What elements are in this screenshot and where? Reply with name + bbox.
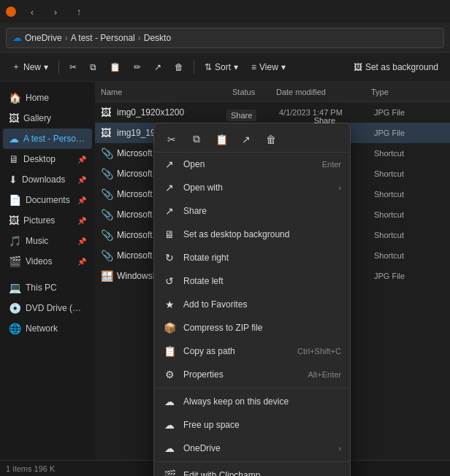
ctx-setbg-label: Set as desktop background [183, 229, 341, 239]
documents-icon: 📄 [9, 194, 21, 206]
pin-icon2: 📌 [77, 176, 86, 184]
rename-icon: ✏ [134, 62, 141, 72]
status-count: 1 [6, 464, 10, 473]
desktop-icon: 🖥 [9, 153, 19, 165]
sidebar-item-videos[interactable]: 🎬 Videos 📌 [3, 251, 92, 272]
address-bar: ☁ OneDrive › A test - Personal › Deskto [0, 23, 450, 53]
ctx-setbg-item[interactable]: 🖥 Set as desktop background [154, 223, 350, 246]
ctx-rotateleft-item[interactable]: ↺ Rotate left [154, 269, 350, 293]
ctx-onedrive-item[interactable]: ☁ OneDrive › [154, 437, 350, 460]
divider1 [58, 60, 59, 74]
ctx-rotateright-item[interactable]: ↻ Rotate right [154, 246, 350, 269]
sidebar-item-atest[interactable]: ☁ A test - Personal [3, 128, 92, 149]
ctx-share-button[interactable]: ↗ [234, 129, 258, 150]
sidebar-item-home[interactable]: 🏠 Home [3, 88, 92, 108]
view-button[interactable]: ≡ View ▾ [245, 57, 291, 77]
ctx-favorites-item[interactable]: ★ Add to Favorites [154, 293, 350, 316]
pin-icon4: 📌 [77, 217, 86, 225]
sidebar-network-label: Network [26, 323, 58, 334]
ctx-copy-button[interactable]: ⧉ [185, 129, 208, 150]
sidebar-thispc-label: This PC [26, 283, 57, 293]
path-desktop: Deskto [144, 33, 171, 43]
dvd-icon: 💿 [9, 302, 21, 314]
share-icon: ↗ [163, 205, 176, 217]
sep2: › [138, 33, 141, 43]
open-icon: ↗ [163, 158, 176, 170]
network-icon: 🌐 [9, 323, 21, 334]
ctx-freeup-item[interactable]: ☁ Free up space [154, 413, 350, 437]
keepdevice-icon: ☁ [163, 396, 176, 407]
ctx-divider1 [154, 388, 350, 388]
cut-icon: ✂ [69, 62, 77, 72]
table-row[interactable]: 🖼 img0_1920x1200 4/1/2023 1:47 PM JPG Fi… [95, 102, 450, 123]
forward-button[interactable]: › [45, 3, 66, 20]
ctx-onedrive-label: OneDrive [183, 443, 331, 453]
address-path[interactable]: ☁ OneDrive › A test - Personal › Deskto [6, 28, 444, 48]
ctx-copypath-shortcut: Ctrl+Shift+C [297, 347, 341, 356]
freeup-icon: ☁ [163, 419, 176, 431]
sidebar-home-label: Home [26, 93, 49, 103]
ctx-properties-item[interactable]: ⚙ Properties Alt+Enter [154, 363, 350, 386]
delete-icon: 🗑 [175, 62, 183, 72]
file-icon: 📎 [101, 209, 114, 220]
ctx-openwith-item[interactable]: ↗ Open with › [154, 176, 350, 199]
up-button[interactable]: ↑ [69, 3, 89, 20]
properties-icon: ⚙ [163, 369, 176, 380]
ctx-properties-shortcut: Alt+Enter [308, 370, 341, 379]
pin-icon3: 📌 [77, 196, 86, 204]
copy-button[interactable]: ⧉ [84, 57, 102, 77]
ctx-rotateright-label: Rotate right [183, 253, 341, 263]
ctx-copypath-item[interactable]: 📋 Copy as path Ctrl+Shift+C [154, 339, 350, 363]
rotateright-icon: ↻ [163, 252, 176, 264]
sidebar: 🏠 Home 🖼 Gallery ☁ A test - Personal 🖥 D… [0, 82, 95, 476]
ctx-zip-item[interactable]: 📦 Compress to ZIP file [154, 316, 350, 339]
ctx-copypath-label: Copy as path [183, 346, 290, 356]
onedrive-arrow: › [338, 444, 341, 453]
sidebar-item-downloads[interactable]: ⬇ Downloads 📌 [3, 169, 92, 190]
openwith-icon: ↗ [163, 182, 176, 193]
title-bar: ‹ › ↑ [0, 0, 450, 23]
ctx-cut-button[interactable]: ✂ [160, 129, 183, 150]
ctx-share-item[interactable]: ↗ Share [154, 199, 350, 223]
status-items-label: items [12, 464, 31, 473]
sidebar-gallery-label: Gallery [23, 113, 51, 123]
paste-button[interactable]: 📋 [104, 57, 126, 77]
file-icon: 📎 [101, 168, 114, 180]
ctx-clipchamp-item[interactable]: 🎬 Edit with Clipchamp [154, 464, 350, 476]
ctx-open-item[interactable]: ↗ Open Enter [154, 153, 350, 176]
sidebar-item-gallery[interactable]: 🖼 Gallery [3, 108, 92, 128]
sidebar-item-pictures[interactable]: 🖼 Pictures 📌 [3, 210, 92, 231]
gallery-icon: 🖼 [9, 112, 19, 124]
file-name: img0_1920x1200 [117, 107, 235, 118]
back-button[interactable]: ‹ [22, 3, 42, 20]
context-menu-toolbar: Share ✂ ⧉ 📋 ↗ 🗑 [154, 126, 350, 153]
new-icon: ＋ [12, 61, 20, 73]
onedrive-icon: ☁ [12, 32, 22, 43]
file-icon: 📎 [101, 250, 114, 261]
pin-icon5: 📌 [77, 237, 86, 245]
ctx-paste-button[interactable]: 📋 [210, 129, 233, 150]
file-icon: 📎 [101, 188, 114, 200]
share-icon: ↗ [154, 62, 161, 72]
sidebar-item-network[interactable]: 🌐 Network [3, 318, 92, 339]
background-button[interactable]: 🖼 Set as background [348, 57, 444, 77]
new-button[interactable]: ＋ New ▾ [6, 57, 54, 77]
ctx-keepdevice-item[interactable]: ☁ Always keep on this device [154, 390, 350, 413]
sidebar-item-dvd[interactable]: 💿 DVD Drive (D:) CCC [3, 298, 92, 318]
sidebar-item-documents[interactable]: 📄 Documents 📌 [3, 190, 92, 210]
sidebar-item-desktop[interactable]: 🖥 Desktop 📌 [3, 149, 92, 169]
rename-button[interactable]: ✏ [128, 57, 147, 77]
sidebar-item-music[interactable]: 🎵 Music 📌 [3, 231, 92, 251]
ctx-delete-button[interactable]: 🗑 [259, 129, 283, 150]
file-list-header: Name Status Date modified Type [95, 82, 450, 102]
sidebar-item-thispc[interactable]: 💻 This PC [3, 277, 92, 298]
delete-button[interactable]: 🗑 [169, 57, 189, 77]
cut-button[interactable]: ✂ [64, 57, 83, 77]
downloads-icon: ⬇ [9, 174, 18, 185]
sort-button[interactable]: ⇅ Sort ▾ [199, 57, 244, 77]
nav-buttons: ‹ › ↑ [22, 3, 89, 20]
music-icon: 🎵 [9, 235, 21, 247]
share-button[interactable]: ↗ [148, 57, 167, 77]
pin-icon6: 📌 [77, 258, 86, 266]
context-menu: Share ✂ ⧉ 📋 ↗ 🗑 ↗ Open Enter ↗ Open with… [153, 123, 351, 476]
